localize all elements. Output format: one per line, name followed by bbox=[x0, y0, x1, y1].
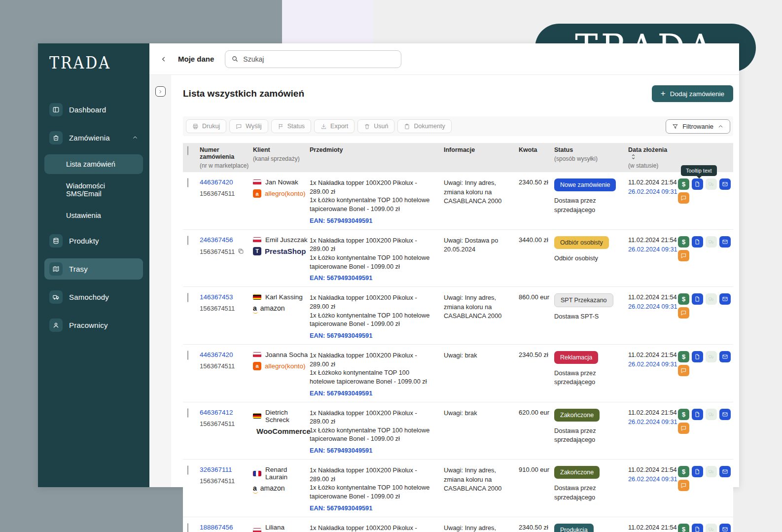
row-checkbox[interactable] bbox=[187, 178, 188, 187]
shipping-method: Dostawa przez sprzedającego bbox=[554, 369, 628, 387]
comment-button[interactable] bbox=[678, 365, 689, 376]
sidebar-item-orders[interactable]: Zamówienia bbox=[44, 127, 143, 148]
email-button[interactable] bbox=[719, 409, 731, 420]
sidebar-subitem-order-list[interactable]: Lista zamówień bbox=[44, 154, 143, 174]
column-header-client[interactable]: Klient (kanał sprzedaży) bbox=[253, 146, 310, 162]
shipping-truck-button[interactable] bbox=[706, 409, 717, 420]
email-button[interactable] bbox=[719, 466, 731, 477]
payment-dollar-button[interactable]: $ bbox=[678, 524, 689, 532]
sidebar-item-cars[interactable]: Samochody bbox=[44, 286, 143, 308]
column-header-status[interactable]: Status (sposób wysyłki) bbox=[554, 146, 628, 162]
ean-link[interactable]: EAN: 5679493049591 bbox=[310, 447, 433, 454]
column-header-order[interactable]: Numer zamówienia (nr w marketplace) bbox=[200, 146, 253, 169]
email-button[interactable] bbox=[719, 524, 731, 532]
email-button[interactable] bbox=[719, 178, 731, 190]
column-header-amount[interactable]: Kwota bbox=[519, 146, 554, 153]
comment-button[interactable] bbox=[678, 423, 689, 434]
channel-row[interactable]: WooCommerce bbox=[253, 427, 310, 435]
row-checkbox[interactable] bbox=[187, 236, 188, 245]
copy-icon[interactable] bbox=[238, 248, 244, 256]
sort-icon[interactable] bbox=[631, 153, 636, 160]
payment-dollar-button[interactable]: $ bbox=[678, 293, 689, 305]
payment-dollar-button[interactable]: $ bbox=[678, 466, 689, 477]
document-button[interactable] bbox=[692, 524, 703, 532]
sidebar-item-routes[interactable]: Trasy bbox=[44, 258, 143, 280]
order-number-link[interactable]: 446367420 bbox=[200, 178, 253, 186]
row-checkbox[interactable] bbox=[187, 465, 188, 475]
row-checkbox[interactable] bbox=[187, 408, 188, 418]
ean-link[interactable]: EAN: 5679493049591 bbox=[310, 504, 433, 512]
column-header-date[interactable]: Data złożenia (w statusie) bbox=[628, 146, 678, 169]
comment-button[interactable] bbox=[678, 192, 689, 204]
order-number-link[interactable]: 246367456 bbox=[200, 236, 253, 244]
item-line: 1x Nakładka topper 100X200 Pikolux - 289… bbox=[310, 178, 433, 196]
sidebar-subitem-settings[interactable]: Ustawienia bbox=[44, 206, 143, 225]
search-input[interactable] bbox=[243, 55, 395, 63]
documents-button[interactable]: Dokumenty bbox=[397, 119, 451, 133]
breadcrumb[interactable]: Moje dane bbox=[178, 55, 214, 63]
payment-dollar-button[interactable]: $ bbox=[678, 351, 689, 362]
channel-row[interactable]: a a allegro(konto) bbox=[253, 189, 310, 198]
ean-link[interactable]: EAN: 5679493049591 bbox=[310, 332, 433, 339]
export-button[interactable]: Export bbox=[314, 119, 355, 133]
order-number-link[interactable]: 646367412 bbox=[200, 409, 253, 416]
document-button[interactable] bbox=[692, 293, 703, 305]
shipping-truck-button[interactable] bbox=[706, 178, 717, 190]
document-button[interactable] bbox=[692, 409, 703, 420]
comment-button[interactable] bbox=[678, 250, 689, 261]
order-number-link[interactable]: 188867456 bbox=[200, 524, 253, 531]
client-cell: Liliana Graczyk K K kaufland bbox=[253, 524, 310, 532]
add-order-button[interactable]: + Dodaj zamówienie bbox=[652, 85, 733, 102]
table-row: 446367420 1563674511 Joanna Socha a a al… bbox=[183, 345, 733, 402]
shipping-truck-button[interactable] bbox=[706, 293, 717, 305]
email-button[interactable] bbox=[719, 293, 731, 305]
sidebar-item-employees[interactable]: Pracownicy bbox=[44, 315, 143, 336]
sidebar-subitem-sms-email[interactable]: Wiadomości SMS/Email bbox=[44, 176, 143, 204]
row-checkbox[interactable] bbox=[187, 351, 188, 360]
email-button[interactable] bbox=[719, 236, 731, 248]
channel-row[interactable]: a a allegro(konto) bbox=[253, 362, 310, 370]
order-number-link[interactable]: 446367420 bbox=[200, 351, 253, 358]
comment-button[interactable] bbox=[678, 480, 689, 491]
channel-row[interactable]: a a amazon bbox=[253, 304, 310, 312]
table-header: Numer zamówienia (nr w marketplace) Klie… bbox=[183, 143, 733, 172]
column-header-info[interactable]: Informacje bbox=[444, 146, 519, 153]
status-button[interactable]: Status bbox=[271, 119, 311, 133]
document-button[interactable] bbox=[692, 466, 703, 477]
row-checkbox[interactable] bbox=[187, 293, 188, 302]
expand-panel-button[interactable] bbox=[155, 86, 166, 97]
document-button[interactable] bbox=[692, 351, 703, 362]
select-all-checkbox[interactable] bbox=[187, 146, 188, 155]
shipping-truck-button[interactable] bbox=[706, 524, 717, 532]
sidebar-item-products[interactable]: Produkty bbox=[44, 230, 143, 251]
send-button[interactable]: Wyślij bbox=[229, 119, 268, 133]
filter-button[interactable]: Filtrowanie bbox=[666, 119, 730, 134]
document-button[interactable] bbox=[692, 236, 703, 248]
date-created: 11.02.2024 21:54 bbox=[628, 178, 678, 186]
print-button[interactable]: Drukuj bbox=[186, 119, 226, 133]
shipping-truck-button[interactable] bbox=[706, 466, 717, 477]
order-number-link[interactable]: 326367111 bbox=[200, 466, 253, 473]
channel-row[interactable]: a a amazon bbox=[253, 484, 310, 492]
search-box[interactable] bbox=[225, 50, 401, 68]
shipping-truck-button[interactable] bbox=[706, 351, 717, 362]
ean-link[interactable]: EAN: 5679493049591 bbox=[310, 217, 433, 224]
payment-dollar-button[interactable]: $ bbox=[678, 178, 689, 190]
items-cell: 1x Nakładka topper 100X200 Pikolux - 289… bbox=[310, 409, 444, 455]
comment-button[interactable] bbox=[678, 307, 689, 319]
email-button[interactable] bbox=[719, 351, 731, 362]
shipping-truck-button[interactable] bbox=[706, 236, 717, 248]
chevron-up-icon[interactable] bbox=[132, 134, 138, 142]
plus-icon: + bbox=[661, 89, 666, 99]
back-chevron-icon[interactable] bbox=[160, 56, 167, 63]
delete-button[interactable]: Usuń bbox=[357, 119, 394, 133]
channel-row[interactable]: T T PrestaShop bbox=[253, 247, 310, 255]
row-checkbox[interactable] bbox=[187, 523, 188, 532]
payment-dollar-button[interactable]: $ bbox=[678, 236, 689, 248]
sidebar-item-dashboard[interactable]: Dashboard bbox=[44, 99, 143, 120]
column-header-items[interactable]: Przedmioty bbox=[310, 146, 444, 153]
ean-link[interactable]: EAN: 5679493049591 bbox=[310, 274, 433, 282]
ean-link[interactable]: EAN: 5679493049591 bbox=[310, 390, 433, 397]
order-number-link[interactable]: 146367453 bbox=[200, 293, 253, 301]
payment-dollar-button[interactable]: $ bbox=[678, 409, 689, 420]
